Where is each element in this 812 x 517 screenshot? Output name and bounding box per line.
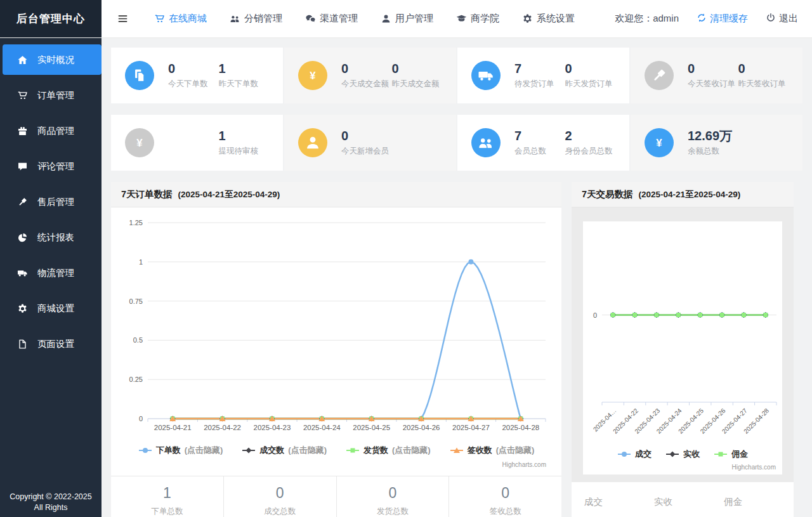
order-total-label: 成交总数 [224, 506, 336, 517]
topnav-item-grad[interactable]: 商学院 [456, 13, 499, 25]
stat: 12.69万余额总数 [688, 129, 738, 157]
pie-icon [17, 232, 28, 243]
clear-cache-button[interactable]: 清理缓存 [697, 13, 748, 25]
trade-total: 实收¥0 [654, 496, 724, 517]
user-icon [381, 13, 391, 24]
yen-icon: ¥ [304, 67, 321, 84]
stat: 0昨天发货订单 [565, 62, 616, 89]
home-icon [17, 55, 28, 65]
svg-text:0.5: 0.5 [133, 336, 143, 344]
sidebar-item-truck[interactable]: 物流管理 [0, 258, 102, 288]
sidebar-item-cart[interactable]: 订单管理 [0, 80, 102, 110]
legend-item[interactable]: 签收数(点击隐藏) [450, 445, 535, 456]
legend-item[interactable]: 实收 [665, 448, 700, 460]
stat: 0今天新增会员 [341, 129, 392, 157]
topnav-item-wechat[interactable]: 渠道管理 [305, 13, 358, 25]
legend-label: 签收数 [468, 445, 492, 456]
order-total: 1下单总数 [111, 476, 224, 517]
stat [738, 129, 789, 157]
stat: 0今天签收订单 [688, 62, 738, 89]
legend-label: 成交 [635, 448, 652, 460]
stat [168, 129, 219, 157]
power-icon [766, 13, 776, 23]
trade-chart-subtitle: (2025-04-21至2025-04-29) [639, 189, 741, 200]
legend-item[interactable]: 下单数(点击隐藏) [138, 445, 223, 456]
topnav-item-label: 商学院 [471, 13, 499, 25]
stat-value: 0 [392, 62, 443, 75]
stat-card: ¥12.69万余额总数 [631, 115, 802, 171]
stat-label: 身份会员总数 [565, 146, 616, 157]
legend-label: 下单数 [156, 445, 181, 456]
stat-label: 昨天发货订单 [565, 79, 616, 89]
order-total-value: 1 [111, 485, 223, 502]
sidebar-item-comment[interactable]: 评论管理 [0, 151, 102, 181]
stat: 0昨天成交金额 [392, 62, 443, 89]
power-icon [766, 13, 776, 25]
sidebar-item-label: 商品管理 [37, 125, 74, 137]
legend-item[interactable]: 发货数(点击隐藏) [346, 445, 431, 456]
sidebar-item-gear[interactable]: 商城设置 [0, 293, 102, 324]
hamburger-menu-button[interactable] [117, 13, 129, 25]
top-navigation: 在线商城分销管理渠道管理用户管理商学院系统设置 欢迎您：admin 清理缓存 退… [102, 0, 812, 37]
app-logo: 后台管理中心 [0, 0, 102, 37]
svg-text:¥: ¥ [310, 70, 316, 82]
order-total-value: 0 [337, 485, 449, 502]
refresh-icon [697, 13, 707, 23]
orders-chart-subtitle: (2025-04-21至2025-04-29) [178, 189, 280, 200]
stat-value: 0 [341, 129, 392, 143]
sidebar-item-label: 实时概况 [37, 54, 74, 66]
svg-text:2025-04-24: 2025-04-24 [303, 424, 341, 431]
orders-chart-body: 00.250.50.7511.252025-04-212025-04-22202… [111, 207, 561, 468]
logout-button[interactable]: 退出 [766, 13, 798, 25]
legend-item[interactable]: 成交数(点击隐藏) [242, 445, 327, 456]
highcharts-watermark: Highcharts.com [583, 464, 782, 471]
trade-chart-title: 7天交易数据 [582, 188, 633, 200]
order-total-label: 签收总数 [449, 506, 561, 517]
trade-line-chart: 02025-04…2025-04-222025-04-232025-04-242… [583, 221, 781, 443]
legend-label: 成交数 [259, 445, 284, 456]
sidebar-item-pie[interactable]: 统计报表 [0, 222, 102, 252]
legend-label: 佣金 [731, 448, 748, 460]
legend-item[interactable]: 佣金 [714, 448, 748, 460]
legend-label: 发货数 [363, 445, 388, 456]
legend-item[interactable]: 成交 [617, 448, 652, 460]
stat-value: 12.69万 [688, 129, 738, 143]
sidebar: 实时概况订单管理商品管理评论管理售后管理统计报表物流管理商城设置页面设置 Cop… [0, 38, 102, 517]
order-total-value: 0 [224, 485, 336, 502]
stat-icon-circle: ¥ [125, 128, 154, 157]
stat-card: 0今天下单数1昨天下单数 [111, 48, 283, 103]
copyright-line1: Copyright © 2022-2025 [0, 492, 102, 502]
stat-icon-circle [298, 128, 327, 157]
stat-icon-circle [471, 61, 501, 90]
sidebar-item-home[interactable]: 实时概况 [3, 44, 102, 75]
stat-label: 今天下单数 [168, 79, 219, 89]
legend-hint: (点击隐藏) [496, 445, 535, 456]
orders-chart-header: 7天订单数据 (2025-04-21至2025-04-29) [111, 182, 561, 207]
legend-label: 实收 [683, 448, 700, 460]
order-total: 0发货总数 [337, 476, 450, 517]
trade-total-label: 实收 [654, 496, 724, 508]
topnav-item-gear[interactable]: 系统设置 [522, 13, 575, 25]
stat: 0今天成交金额 [341, 62, 392, 89]
stat-label: 余额总数 [688, 146, 738, 157]
sidebar-item-gift[interactable]: 商品管理 [0, 115, 102, 146]
stats-row-1: 0今天下单数1昨天下单数¥0今天成交金额0昨天成交金额7待发货订单0昨天发货订单… [111, 48, 802, 103]
stat-value: 2 [565, 129, 616, 143]
legend-marker-icon [242, 447, 256, 454]
copy-icon [131, 67, 148, 84]
truck-icon [17, 268, 28, 278]
sidebar-item-gavel[interactable]: 售后管理 [0, 187, 102, 217]
topnav-item-user[interactable]: 用户管理 [381, 13, 433, 25]
sidebar-item-file[interactable]: 页面设置 [0, 329, 102, 359]
svg-text:2025-04-28: 2025-04-28 [502, 424, 539, 431]
topnav-item-users[interactable]: 分销管理 [230, 13, 282, 25]
legend-marker-icon [665, 450, 679, 458]
stat: 1提现待审核 [219, 129, 270, 157]
users-icon [230, 13, 240, 24]
sidebar-item-label: 评论管理 [37, 160, 74, 173]
topnav-item-cart[interactable]: 在线商城 [154, 13, 207, 25]
sidebar-item-label: 页面设置 [37, 338, 74, 350]
sidebar-menu: 实时概况订单管理商品管理评论管理售后管理统计报表物流管理商城设置页面设置 [0, 38, 102, 359]
legend-marker-icon [714, 450, 728, 458]
stat-card: ¥0今天成交金额0昨天成交金额 [284, 48, 456, 103]
